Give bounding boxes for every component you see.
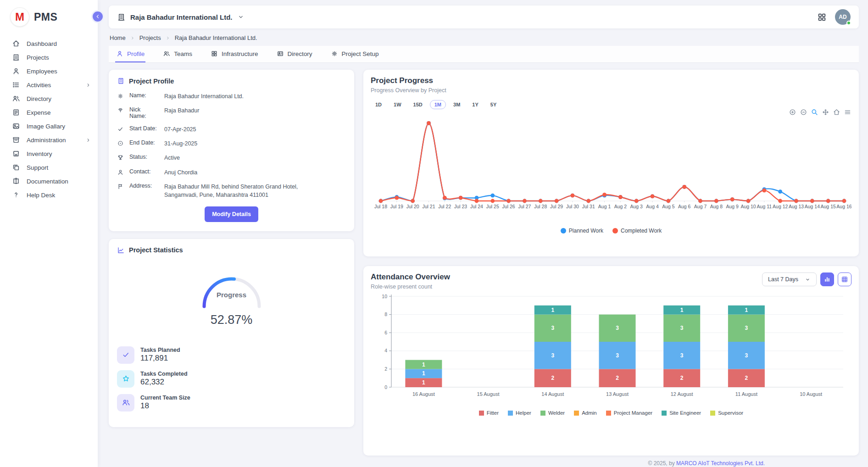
svg-text:4: 4 [384, 348, 387, 353]
range-15d[interactable]: 15D [409, 100, 427, 109]
pan-icon[interactable] [822, 108, 829, 116]
stat-list: Tasks Planned117,891Tasks Completed62,33… [117, 346, 346, 411]
legend-item-project-manager[interactable]: Project Manager [606, 410, 652, 416]
attendance-card-title: Attendance Overview [371, 272, 450, 282]
modify-details-button[interactable]: Modify Details [205, 206, 258, 222]
svg-text:10: 10 [382, 294, 387, 299]
building-icon [117, 13, 126, 22]
progress-line-chart: Jul 18Jul 19Jul 20Jul 21Jul 22Jul 23Jul … [371, 111, 851, 227]
range-3m[interactable]: 3M [449, 100, 465, 109]
range-1y[interactable]: 1Y [467, 100, 483, 109]
legend-item-planned-work[interactable]: Planned Work [561, 228, 603, 234]
chevron-down-icon [805, 277, 811, 283]
tab-infrastructure[interactable]: Infrastructure [210, 46, 259, 62]
sidebar-item-projects[interactable]: Projects [0, 50, 98, 64]
field-label: Status: [129, 154, 159, 162]
field-label: Address: [129, 183, 159, 199]
tab-profile[interactable]: Profile [115, 46, 145, 62]
person-icon [12, 67, 20, 75]
sidebar-item-label: Administration [27, 137, 66, 144]
sidebar-item-support[interactable]: Support [0, 161, 98, 174]
stat-item-current-team-size: Current Team Size18 [117, 394, 346, 411]
range-1m[interactable]: 1M [430, 100, 446, 109]
sidebar-item-help-desk[interactable]: Help Desk [0, 188, 98, 202]
svg-text:1: 1 [680, 307, 684, 313]
legend-label: Supervisor [718, 410, 743, 416]
breadcrumb-item[interactable]: Home [110, 34, 126, 41]
breadcrumb-item: Raja Bahadur International Ltd. [175, 34, 257, 41]
sidebar-item-employees[interactable]: Employees [0, 64, 98, 78]
range-1w[interactable]: 1W [389, 100, 406, 109]
legend-swatch [540, 411, 545, 416]
tab-directory[interactable]: Directory [276, 46, 313, 62]
legend-item-welder[interactable]: Welder [540, 410, 565, 416]
tab-teams[interactable]: Teams [162, 46, 193, 62]
stat-label: Current Team Size [140, 395, 190, 401]
range-5y[interactable]: 5Y [486, 100, 501, 109]
stat-value: 117,891 [140, 354, 180, 363]
company-selector[interactable]: Raja Bahadur International Ltd. [117, 13, 245, 22]
sidebar-item-expense[interactable]: Expense [0, 106, 98, 119]
range-1d[interactable]: 1D [371, 100, 386, 109]
stat-item-tasks-completed: Tasks Completed62,332 [117, 370, 346, 388]
breadcrumb-separator-icon [130, 35, 135, 41]
date-range-select[interactable]: Last 7 Days [762, 272, 817, 286]
sidebar-item-dashboard[interactable]: Dashboard [0, 37, 98, 50]
apps-grid-icon[interactable] [817, 12, 827, 22]
main-area: Raja Bahadur International Ltd. AD HomeP… [98, 0, 868, 467]
svg-text:Aug 9: Aug 9 [726, 204, 739, 209]
svg-text:1: 1 [551, 307, 554, 313]
bar-chart-view-button[interactable] [820, 272, 834, 286]
footer-text: © 2025, by [648, 460, 676, 467]
legend-item-admin[interactable]: Admin [574, 410, 597, 416]
bar-chart-legend: Fitter Helper Welder Admin Project Manag… [371, 410, 851, 416]
user-avatar[interactable]: AD [835, 9, 851, 25]
sidebar-item-label: Projects [27, 54, 49, 61]
legend-item-fitter[interactable]: Fitter [479, 410, 499, 416]
magnifier-icon[interactable] [811, 108, 818, 116]
breadcrumb: HomeProjectsRaja Bahadur International L… [109, 28, 859, 46]
svg-text:Jul 25: Jul 25 [486, 204, 499, 209]
attendance-overview-card: Attendance Overview Role-wise present co… [363, 266, 859, 456]
legend-item-site-engineer[interactable]: Site Engineer [662, 410, 701, 416]
field-value: Raja Bahadur [164, 106, 199, 119]
stat-tile [117, 394, 134, 411]
sidebar-item-label: Documentation [27, 178, 68, 185]
table-view-button[interactable] [838, 272, 851, 286]
svg-text:3: 3 [551, 352, 554, 359]
sidebar-item-documentation[interactable]: Documentation [0, 174, 98, 188]
legend-item-completed-work[interactable]: Completed Work [612, 228, 662, 234]
sidebar-item-label: Inventory [27, 150, 52, 157]
sidebar-item-activities[interactable]: Activities [0, 78, 98, 92]
legend-item-supervisor[interactable]: Supervisor [710, 410, 743, 416]
bars-icon[interactable] [844, 108, 851, 116]
pms-logo-icon: M [10, 7, 29, 27]
legend-label: Planned Work [569, 228, 603, 234]
breadcrumb-item[interactable]: Projects [139, 34, 161, 41]
legend-label: Helper [516, 410, 531, 416]
svg-text:Jul 31: Jul 31 [582, 204, 595, 209]
svg-text:1: 1 [422, 379, 425, 386]
sidebar-collapse-button[interactable] [91, 10, 104, 23]
home-icon[interactable] [833, 108, 840, 116]
profile-field: Contact:Anuj Chordia [117, 168, 346, 177]
check-icon [117, 126, 124, 133]
sidebar-item-inventory[interactable]: Inventory [0, 147, 98, 161]
svg-text:Jul 21: Jul 21 [422, 204, 435, 209]
svg-text:11 August: 11 August [735, 391, 757, 397]
zoomin-icon[interactable] [789, 108, 796, 116]
app-logo[interactable]: M PMS [0, 0, 98, 33]
tab-project-setup[interactable]: Project Setup [330, 46, 380, 62]
sidebar-item-image-gallary[interactable]: Image Gallary [0, 119, 98, 133]
footer-company-link[interactable]: MARCO AIoT Technologies Pvt. Ltd. [676, 460, 765, 467]
svg-text:Aug 5: Aug 5 [662, 204, 675, 209]
tab-label: Project Setup [342, 50, 379, 57]
sidebar-item-administration[interactable]: Administration [0, 133, 98, 147]
people-icon [122, 398, 130, 407]
svg-text:Aug 4: Aug 4 [646, 204, 659, 209]
time-range-selector: 1D1W15D1M3M1Y5Y [371, 100, 851, 109]
legend-item-helper[interactable]: Helper [508, 410, 531, 416]
stat-tile [117, 370, 134, 388]
zoomout-icon[interactable] [800, 108, 807, 116]
sidebar-item-directory[interactable]: Directory [0, 92, 98, 106]
